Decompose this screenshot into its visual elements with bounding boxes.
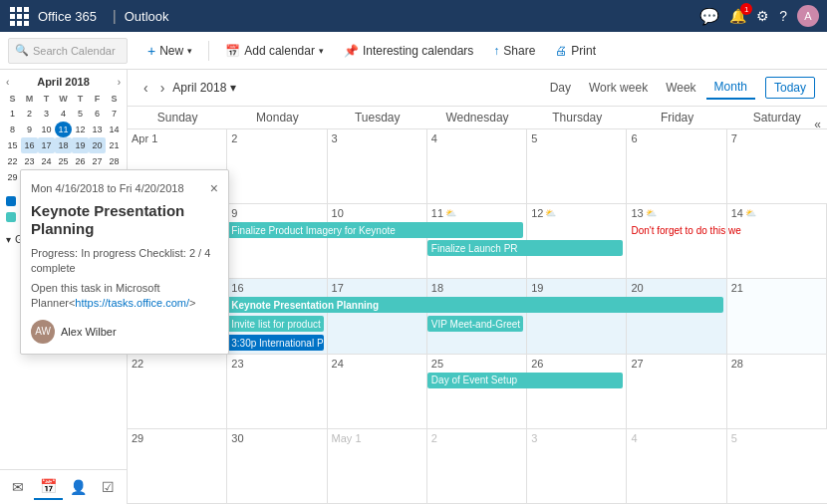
cell-apr29[interactable]: 29	[128, 429, 227, 503]
cell-apr24[interactable]: 24	[328, 355, 427, 428]
cell-may5[interactable]: 5	[727, 429, 827, 503]
interesting-calendars-button[interactable]: 📌 Interesting calendars	[336, 40, 481, 62]
cell-apr2[interactable]: 2	[227, 129, 327, 203]
event-keynote-planning[interactable]: Keynote Presentation Planning	[227, 297, 722, 313]
mini-cal-title: April 2018	[37, 76, 90, 88]
mini-cal-day[interactable]: 27	[89, 153, 106, 169]
event-finalize-product-imagery[interactable]: Finalize Product Imagery for Keynote	[227, 222, 523, 238]
mini-cal-day[interactable]: 15	[4, 137, 21, 153]
collapse-icon[interactable]: «	[808, 114, 827, 135]
new-button[interactable]: + New ▾	[139, 39, 200, 63]
mini-cal-next[interactable]: ›	[116, 77, 123, 88]
search-box[interactable]: 🔍 Search Calendar	[8, 38, 128, 64]
view-week-btn[interactable]: Week	[658, 77, 703, 99]
calendar-icon[interactable]: 📅	[34, 474, 62, 500]
popup-link-anchor[interactable]: https://tasks.office.com/	[75, 297, 189, 309]
skype-icon[interactable]: 💬	[699, 7, 719, 26]
mini-cal-day[interactable]: 10	[38, 122, 55, 137]
mini-cal-day[interactable]: 2	[21, 106, 38, 122]
mini-cal-day[interactable]: 9	[21, 122, 38, 137]
cell-apr6[interactable]: 6	[627, 129, 726, 203]
cell-apr5[interactable]: 5	[527, 129, 627, 203]
mini-cal-day[interactable]: 22	[4, 153, 21, 169]
cell-apr9[interactable]: 9	[227, 204, 327, 278]
help-icon[interactable]: ?	[779, 8, 787, 24]
mini-cal-day[interactable]: 20	[89, 137, 106, 153]
mini-cal-day[interactable]: 17	[38, 137, 55, 153]
cal-prev-btn[interactable]: ‹	[139, 78, 152, 98]
mini-cal-day[interactable]: 23	[21, 153, 38, 169]
mini-cal-day[interactable]: 14	[106, 122, 123, 137]
mini-cal-prev[interactable]: ‹	[4, 77, 11, 88]
people-icon[interactable]: 👤	[65, 474, 93, 500]
mini-cal-day[interactable]: 5	[72, 106, 89, 122]
mini-cal-day[interactable]: 25	[55, 153, 72, 169]
avatar[interactable]: A	[797, 5, 819, 27]
notification-icon[interactable]: 🔔 1	[729, 8, 746, 24]
mini-cal-day[interactable]: 29	[4, 169, 21, 185]
event-international[interactable]: 3:30p International Produ	[227, 335, 323, 351]
cell-apr17[interactable]: 17	[328, 279, 427, 353]
cell-apr4[interactable]: 4	[427, 129, 527, 203]
mini-cal-day[interactable]: 19	[72, 137, 89, 153]
mail-icon[interactable]: ✉	[4, 474, 32, 500]
cell-apr23[interactable]: 23	[227, 355, 327, 428]
popup-title: Keynote Presentation Planning	[31, 202, 218, 238]
view-month-btn[interactable]: Month	[706, 76, 755, 100]
event-vip[interactable]: VIP Meet-and-Greet	[427, 316, 523, 332]
dow-sun: S	[4, 92, 21, 106]
cell-apr30[interactable]: 30	[227, 429, 327, 503]
event-dont-forget[interactable]: Don't forget to do this we	[627, 222, 823, 238]
cell-apr19[interactable]: 19	[527, 279, 627, 353]
popup-close-btn[interactable]: ×	[210, 180, 218, 196]
cell-apr21[interactable]: 21	[727, 279, 827, 353]
add-calendar-button[interactable]: 📅 Add calendar ▾	[217, 40, 332, 62]
cell-may3[interactable]: 3	[527, 429, 627, 503]
event-invite-list[interactable]: Invite list for product laun	[227, 316, 323, 332]
cal-next-btn[interactable]: ›	[156, 78, 169, 98]
cell-apr20[interactable]: 20	[627, 279, 726, 353]
mini-cal-day[interactable]: 13	[89, 122, 106, 137]
mini-cal-day[interactable]: 12	[72, 122, 89, 137]
cell-may2[interactable]: 2	[427, 429, 527, 503]
cell-apr10[interactable]: 10	[328, 204, 427, 278]
mini-cal-day[interactable]: 4	[55, 106, 72, 122]
date-label: 16	[231, 281, 322, 296]
view-day-btn[interactable]: Day	[542, 77, 579, 99]
cell-may4[interactable]: 4	[627, 429, 726, 503]
dow-fri: F	[89, 92, 106, 106]
settings-icon[interactable]: ⚙	[756, 8, 769, 24]
view-workweek-btn[interactable]: Work week	[581, 77, 656, 99]
cell-apr3[interactable]: 3	[328, 129, 427, 203]
app-grid-icon[interactable]	[8, 5, 30, 27]
mini-cal-day[interactable]: 1	[4, 106, 21, 122]
cell-apr14[interactable]: 14 ⛅	[727, 204, 827, 278]
tasks-icon[interactable]: ☑	[95, 474, 123, 500]
mini-cal-day[interactable]: 7	[106, 106, 123, 122]
cell-apr22[interactable]: 22	[128, 355, 227, 428]
mini-cal-day[interactable]: 11	[55, 122, 72, 137]
cell-apr28[interactable]: 28	[727, 355, 827, 428]
event-finalize-launch-pr[interactable]: Finalize Launch PR	[427, 240, 624, 256]
print-button[interactable]: 🖨 Print	[547, 40, 604, 62]
event-day-of-event-setup[interactable]: Day of Event Setup	[427, 373, 624, 388]
cell-apr26[interactable]: 26	[527, 355, 627, 428]
mini-cal-day[interactable]: 16	[21, 137, 38, 153]
cell-apr13[interactable]: 13 ⛅	[627, 204, 726, 278]
mini-cal-day[interactable]: 28	[106, 153, 123, 169]
cell-apr27[interactable]: 27	[627, 355, 726, 428]
mini-cal-day[interactable]: 3	[38, 106, 55, 122]
mini-cal-day[interactable]: 6	[89, 106, 106, 122]
mini-cal-day[interactable]: 18	[55, 137, 72, 153]
cal-month-title[interactable]: April 2018 ▾	[172, 81, 236, 95]
mini-cal-day[interactable]: 21	[106, 137, 123, 153]
today-btn[interactable]: Today	[765, 77, 815, 99]
cell-apr7[interactable]: 7	[727, 129, 827, 203]
mini-cal-day[interactable]: 26	[72, 153, 89, 169]
cell-apr25[interactable]: 25	[427, 355, 527, 428]
mini-cal-day[interactable]: 8	[4, 122, 21, 137]
popup-avatar: AW	[31, 320, 55, 344]
mini-cal-day[interactable]: 24	[38, 153, 55, 169]
share-button[interactable]: ↑ Share	[485, 40, 543, 62]
cell-may1[interactable]: May 1	[328, 429, 427, 503]
